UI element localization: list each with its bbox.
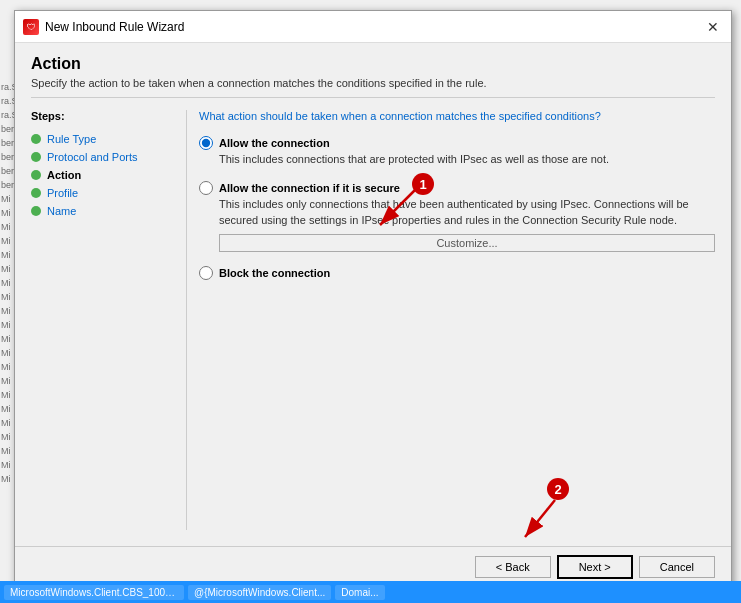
step-label-action: Action xyxy=(47,169,81,181)
allow-secure-radio[interactable] xyxy=(199,181,213,195)
cancel-button[interactable]: Cancel xyxy=(639,556,715,578)
block-text: Block the connection xyxy=(219,267,330,279)
action-subtitle: Specify the action to be taken when a co… xyxy=(31,77,715,98)
allow-label[interactable]: Allow the connection xyxy=(199,136,715,150)
taskbar: MicrosoftWindows.Client.CBS_1000.22... @… xyxy=(0,581,741,603)
steps-label: Steps: xyxy=(31,110,174,122)
step-profile[interactable]: Profile xyxy=(31,184,174,202)
close-button[interactable]: ✕ xyxy=(703,17,723,37)
option-allow-secure: Allow the connection if it is secure Thi… xyxy=(199,181,715,252)
step-protocol-ports[interactable]: Protocol and Ports xyxy=(31,148,174,166)
action-options: Allow the connection This includes conne… xyxy=(199,136,715,280)
option-block: Block the connection xyxy=(199,266,715,280)
step-label-protocol: Protocol and Ports xyxy=(47,151,138,163)
step-dot-protocol xyxy=(31,152,41,162)
allow-secure-text: Allow the connection if it is secure xyxy=(219,182,400,194)
taskbar-item-2[interactable]: @{MicrosoftWindows.Client... xyxy=(188,585,331,600)
allow-secure-label[interactable]: Allow the connection if it is secure xyxy=(199,181,715,195)
option-allow: Allow the connection This includes conne… xyxy=(199,136,715,167)
allow-desc: This includes connections that are prote… xyxy=(219,152,715,167)
right-panel: What action should be taken when a conne… xyxy=(186,110,715,530)
dialog-title: New Inbound Rule Wizard xyxy=(45,20,184,34)
taskbar-item-1[interactable]: MicrosoftWindows.Client.CBS_1000.22... xyxy=(4,585,184,600)
dialog-icon: 🛡 xyxy=(23,19,39,35)
steps-panel: Steps: Rule Type Protocol and Ports Acti… xyxy=(31,110,186,530)
step-name[interactable]: Name xyxy=(31,202,174,220)
dialog-body: Action Specify the action to be taken wh… xyxy=(15,43,731,538)
title-bar: 🛡 New Inbound Rule Wizard ✕ xyxy=(15,11,731,43)
block-label[interactable]: Block the connection xyxy=(199,266,715,280)
next-button[interactable]: Next > xyxy=(557,555,633,579)
allow-text: Allow the connection xyxy=(219,137,330,149)
allow-radio[interactable] xyxy=(199,136,213,150)
step-dot-rule-type xyxy=(31,134,41,144)
taskbar-item-3[interactable]: Domai... xyxy=(335,585,384,600)
block-radio[interactable] xyxy=(199,266,213,280)
dialog-window: 🛡 New Inbound Rule Wizard ✕ Action Speci… xyxy=(14,10,732,588)
step-dot-name xyxy=(31,206,41,216)
question-text: What action should be taken when a conne… xyxy=(199,110,715,122)
step-label-profile: Profile xyxy=(47,187,78,199)
step-dot-profile xyxy=(31,188,41,198)
step-dot-action xyxy=(31,170,41,180)
step-label-name: Name xyxy=(47,205,76,217)
allow-secure-desc: This includes only connections that have… xyxy=(219,197,715,228)
step-action[interactable]: Action xyxy=(31,166,174,184)
back-button[interactable]: < Back xyxy=(475,556,551,578)
action-heading: Action xyxy=(31,55,715,73)
step-label-rule-type: Rule Type xyxy=(47,133,96,145)
customize-button[interactable]: Customize... xyxy=(219,234,715,252)
step-rule-type[interactable]: Rule Type xyxy=(31,130,174,148)
